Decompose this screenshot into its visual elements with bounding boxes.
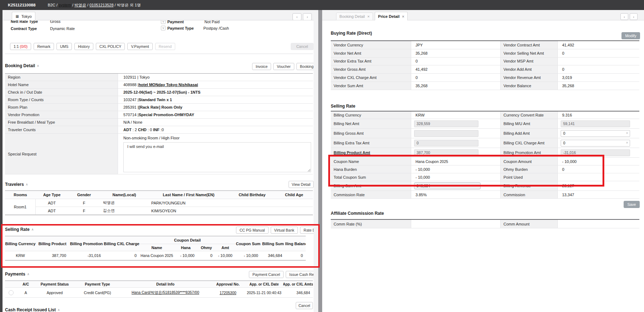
row-label: Total Coupon Sum xyxy=(331,173,411,181)
row-label: Commission xyxy=(501,191,558,199)
checkin-out-value: 2025-12-06(Sat) ~ 2025-12-07(Sun) - 1NTS xyxy=(118,89,313,96)
vendor-selling-net-value: 0 xyxy=(558,49,639,58)
special-request-textarea[interactable]: I will send you e-mail xyxy=(123,142,311,172)
left-panel-next-button[interactable]: › xyxy=(303,13,312,20)
payment-amount: 346,684 xyxy=(283,288,313,298)
collapse-caret-icon[interactable]: ∧ xyxy=(58,308,60,312)
chevron-right-icon: › xyxy=(307,15,308,19)
right-panel-next-button[interactable]: › xyxy=(630,13,638,20)
row-label: Traveler Counts xyxy=(5,126,118,134)
vendor-balance-value: 35,268 xyxy=(558,82,639,90)
tab-close-icon[interactable]: × xyxy=(402,14,404,19)
cc-pg-manual-button[interactable]: CC PG Manual xyxy=(236,227,269,234)
right-panel-prev-button[interactable]: ‹ xyxy=(620,13,628,20)
breadcrumb-system-link[interactable]: system xyxy=(59,3,71,7)
billing-cxl-charge-input[interactable] xyxy=(561,140,630,147)
tab-booking-detail[interactable]: Booking Detail × xyxy=(336,13,373,20)
hotel-name-link[interactable]: hotel MONday Tokyo Nishikasai xyxy=(139,83,198,87)
ohmy-burden-value: 0 xyxy=(558,165,639,173)
booking-detail-heading: Booking Detail ∧ xyxy=(5,63,39,68)
row-label: Billing Add Amt xyxy=(501,129,558,138)
row-label: Vendor Extra Tax Amt xyxy=(331,58,411,66)
billing-sum-amt-input[interactable] xyxy=(414,182,481,189)
commission-value: 13,347 xyxy=(558,191,639,199)
traveler-name-en: PARK/YOUNGEUN xyxy=(148,199,229,207)
v-payment-button[interactable]: V.Payment xyxy=(127,43,152,50)
history-button[interactable]: History xyxy=(74,43,93,50)
row-label: Region xyxy=(5,74,118,81)
coupon-sum-cell: - 10,000 xyxy=(235,251,261,260)
cxl-policy-button[interactable]: CXL POLICY xyxy=(96,43,125,50)
tab-tokyo[interactable]: ▦ Tokyo xyxy=(12,12,35,20)
virtual-bank-button[interactable]: Virtual Bank xyxy=(271,227,298,234)
tab-price-detail[interactable]: Price Detail × xyxy=(375,12,408,20)
collapse-caret-icon[interactable]: ∧ xyxy=(27,272,30,276)
col-header: Last Name / First Name(EN) xyxy=(148,191,229,199)
clear-input-icon[interactable]: ✕ xyxy=(626,132,628,135)
issue-cash-receipt-button[interactable]: Issue Cash Receipt xyxy=(286,271,314,278)
left-panel-prev-button[interactable]: ‹ xyxy=(292,13,301,20)
payment-detail-link[interactable]: Hana Card/박영은/51818539****8357/00 xyxy=(132,290,199,295)
row-label: Room Plan xyxy=(5,104,118,111)
rate-detail-button[interactable]: Rate Detail xyxy=(300,227,314,234)
tab-tokyo-label: Tokyo xyxy=(21,14,32,19)
tab-booking-detail-label: Booking Detail xyxy=(339,14,365,19)
tab-close-icon[interactable]: × xyxy=(367,14,369,19)
room-cell: Room1 xyxy=(5,199,36,215)
payment-ac: A xyxy=(17,288,34,298)
coupon-amt-cell: - 10,000 xyxy=(215,251,235,260)
approval-no-link[interactable]: 17205300 xyxy=(220,291,236,295)
payment-cancel-button[interactable]: Payment Cancel xyxy=(249,271,284,278)
clear-input-icon[interactable]: ✕ xyxy=(626,141,628,144)
col-header: Child Birthday xyxy=(229,191,275,199)
left-panel: Nett Rate Type Gross V Payment Not Paid … xyxy=(3,20,314,312)
view-detail-button[interactable]: View Detail xyxy=(289,181,314,188)
vendor-net-amt-value: 35,268 xyxy=(411,49,501,58)
col-header: Name xyxy=(139,244,174,251)
save-button[interactable]: Save xyxy=(624,201,640,208)
hana-burden-value: - 10,000 xyxy=(411,165,501,173)
remark-button[interactable]: Remark xyxy=(34,43,54,50)
billing-add-amt-input[interactable] xyxy=(561,130,630,137)
row-label: Vendor Promotion xyxy=(5,111,118,119)
billing-product-amt-label-link[interactable]: Billing Product Amt xyxy=(331,148,411,158)
travelers-heading: Travelers ∧ xyxy=(5,182,28,187)
coupon-detail-group-header: Coupon Detail xyxy=(139,236,235,244)
travelers-table: Rooms Age Type Gender Name(Local) Last N… xyxy=(5,190,313,215)
invoice-button[interactable]: Invoice xyxy=(252,63,271,70)
voucher-button[interactable]: Voucher xyxy=(273,63,294,70)
traveler-age: ADT xyxy=(36,199,68,207)
collapse-caret-icon[interactable]: ∧ xyxy=(31,228,34,231)
special-request-note: Non-smoking Room / High Floor xyxy=(123,136,180,140)
row-label: Billing CXL Charge Amt xyxy=(501,138,558,148)
vendor-revenue-value: 3,019 xyxy=(558,74,639,82)
resend-button: Resend xyxy=(155,43,175,50)
collapsed-sidebar-strip xyxy=(0,10,3,312)
ums-button[interactable]: UMS xyxy=(56,43,72,50)
row-label: Hana Burden xyxy=(331,165,411,173)
payment-row-radio[interactable] xyxy=(9,290,14,295)
top-bar: K25112110088 B2C / system / 박영은 / 010512… xyxy=(0,0,644,10)
row-label: Billing Promotion Amt xyxy=(501,148,558,158)
collapse-caret-icon[interactable]: ∧ xyxy=(37,64,39,68)
collapse-caret-icon[interactable]: ∧ xyxy=(26,183,28,186)
cash-receipt-heading: Cash Receipt Issued List ∧ xyxy=(5,307,60,312)
row-label: Vendor Balance xyxy=(501,82,558,90)
booking-detail-button[interactable]: Booking Detail xyxy=(296,63,314,70)
billing-mu-amt-input xyxy=(561,120,630,127)
one-to-one-button[interactable]: 1:1 (0/0) xyxy=(10,43,31,50)
payment-label: Payment xyxy=(167,20,184,24)
section-divider xyxy=(5,54,313,54)
modify-button[interactable]: Modify xyxy=(621,32,640,39)
selling-rate-heading: Selling Rate ∧ xyxy=(5,227,34,232)
hotel-name-value: 408988 | hotel MONday Tokyo Nishikasai xyxy=(118,81,313,89)
col-header: App. or CXL Date xyxy=(245,281,283,288)
traveler-name-en: KIM/SOYEON xyxy=(148,207,229,215)
breadcrumb-customer-link[interactable]: 박영은 xyxy=(74,3,86,7)
row-label: Billing Net Amt xyxy=(331,119,411,129)
one-to-one-count: (0/0) xyxy=(20,44,28,49)
v-badge-icon: V xyxy=(161,20,166,24)
cash-receipt-cancel-button[interactable]: Cancel xyxy=(296,302,313,309)
booking-cancel-button: Cancel xyxy=(291,43,314,50)
breadcrumb-phone-link[interactable]: 01051213528 xyxy=(89,3,113,7)
